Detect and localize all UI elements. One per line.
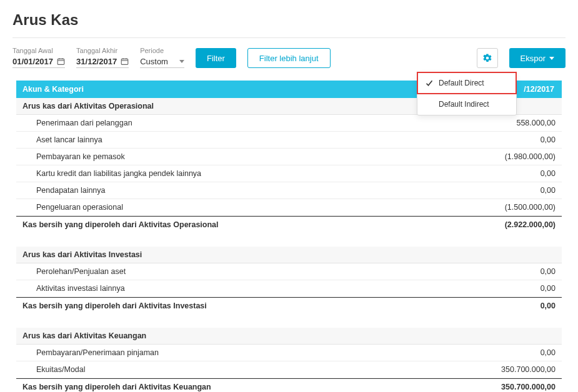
divider [12, 37, 566, 38]
row-value: 0,00 [456, 169, 556, 178]
row-value: 558.000,00 [456, 119, 556, 127]
row-value: 0,00 [456, 348, 556, 357]
row-value: (1.500.000,00) [456, 203, 556, 212]
row-value: (1.980.000,00) [456, 152, 556, 161]
advanced-filter-button[interactable]: Filter lebih lanjut [247, 48, 331, 68]
row-value: 0,00 [456, 135, 556, 144]
svg-rect-4 [121, 59, 128, 64]
table-row: Pembayaran/Penerimaan pinjaman0,00 [16, 345, 562, 361]
settings-dropdown-item[interactable]: Default Direct [417, 72, 516, 94]
section-total: Kas bersih yang diperoleh dari Aktivitas… [16, 378, 562, 392]
row-label: Penerimaan dari pelanggan [22, 119, 456, 127]
export-label: Ekspor [521, 54, 546, 63]
period-value: Custom [140, 57, 168, 66]
table-row: Ekuitas/Modal350.700.000,00 [16, 361, 562, 378]
period-select[interactable]: Custom [140, 57, 184, 68]
page-title: Arus Kas [12, 11, 566, 29]
section-gap [16, 233, 562, 247]
total-label: Kas bersih yang diperoleh dari Aktivitas… [22, 220, 456, 229]
section-title: Arus kas dari Aktivitas Investasi [16, 247, 562, 263]
row-value: 0,00 [456, 267, 556, 276]
end-date-value: 31/12/2017 [76, 57, 117, 66]
svg-rect-0 [57, 59, 64, 64]
total-label: Kas bersih yang diperoleh dari Aktivitas… [22, 301, 456, 310]
table-row: Perolehan/Penjualan aset0,00 [16, 263, 562, 280]
settings-dropdown-item[interactable]: Default Indirect [417, 94, 516, 115]
calendar-icon [121, 57, 129, 66]
table-row: Aset lancar lainnya0,00 [16, 132, 562, 149]
row-label: Pendapatan lainnya [22, 186, 456, 195]
section-total: Kas bersih yang diperoleh dari Aktivitas… [16, 297, 562, 314]
row-label: Aktivitas investasi lainnya [22, 284, 456, 293]
check-icon [426, 79, 433, 87]
table-row: Kartu kredit dan liabilitas jangka pende… [16, 165, 562, 182]
end-date-label: Tanggal Akhir [76, 47, 129, 54]
total-value: (2.922.000,00) [456, 220, 556, 229]
table-row: Pengeluaran operasional(1.500.000,00) [16, 199, 562, 216]
chevron-down-icon [179, 60, 184, 63]
cashflow-table: Akun & Kategori /12/2017 Arus kas dari A… [16, 81, 562, 392]
row-label: Pengeluaran operasional [22, 203, 456, 212]
total-value: 0,00 [456, 301, 556, 310]
header-account: Akun & Kategori [16, 85, 474, 94]
total-value: 350.700.000,00 [456, 383, 556, 391]
start-date-value: 01/01/2017 [12, 57, 53, 66]
export-button[interactable]: Ekspor [509, 48, 566, 68]
total-label: Kas bersih yang diperoleh dari Aktivitas… [22, 383, 456, 391]
section-total: Kas bersih yang diperoleh dari Aktivitas… [16, 216, 562, 233]
row-label: Aset lancar lainnya [22, 135, 456, 144]
row-label: Perolehan/Penjualan aset [22, 267, 456, 276]
start-date-label: Tanggal Awal [12, 47, 65, 54]
calendar-icon [57, 57, 65, 66]
settings-button[interactable] [477, 48, 498, 68]
check-slot [425, 79, 434, 87]
row-value: 0,00 [456, 284, 556, 293]
section-title: Arus kas dari Aktivitas Keuangan [16, 328, 562, 345]
period-label: Periode [140, 47, 184, 54]
settings-dropdown: Default DirectDefault Indirect [417, 72, 517, 115]
dropdown-item-label: Default Indirect [439, 100, 489, 109]
toolbar: Tanggal Awal 01/01/2017 Tanggal Akhir 31… [12, 47, 566, 68]
gear-icon [482, 53, 492, 63]
row-value: 0,00 [456, 186, 556, 195]
start-date-input[interactable]: 01/01/2017 [12, 57, 65, 68]
end-date-input[interactable]: 31/12/2017 [76, 57, 129, 68]
table-row: Pendapatan lainnya0,00 [16, 182, 562, 199]
chevron-down-icon [549, 57, 554, 60]
row-value: 350.700.000,00 [456, 365, 556, 374]
row-label: Pembayaran ke pemasok [22, 152, 456, 161]
table-row: Penerimaan dari pelanggan558.000,00 [16, 115, 562, 132]
table-row: Aktivitas investasi lainnya0,00 [16, 280, 562, 297]
row-label: Kartu kredit dan liabilitas jangka pende… [22, 169, 456, 178]
filter-button[interactable]: Filter [196, 48, 236, 68]
dropdown-item-label: Default Direct [439, 79, 484, 87]
section-gap [16, 314, 562, 328]
row-label: Ekuitas/Modal [22, 365, 456, 374]
row-label: Pembayaran/Penerimaan pinjaman [22, 348, 456, 357]
table-row: Pembayaran ke pemasok(1.980.000,00) [16, 149, 562, 165]
